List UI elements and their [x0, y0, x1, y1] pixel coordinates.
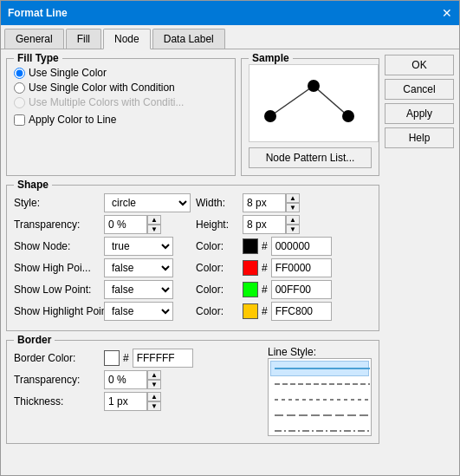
- apply-color-row: Apply Color to Line: [14, 114, 228, 126]
- sample-node-top: [308, 80, 320, 92]
- height-row: Height: ▲ ▼: [196, 215, 372, 234]
- style-select[interactable]: circle: [104, 193, 191, 212]
- height-input[interactable]: [243, 215, 286, 234]
- border-thickness-down-btn[interactable]: ▼: [147, 401, 161, 411]
- width-down-btn[interactable]: ▼: [286, 203, 300, 212]
- border-color-input[interactable]: [133, 349, 193, 368]
- transparency-input[interactable]: [104, 215, 147, 234]
- transparency-spinner: ▲ ▼: [104, 215, 161, 234]
- width-spinner: ▲ ▼: [243, 193, 300, 212]
- width-row: Width: ▲ ▼: [196, 193, 372, 212]
- close-button[interactable]: ✕: [442, 7, 452, 19]
- color-swatch-1[interactable]: [243, 238, 258, 254]
- ok-button[interactable]: OK: [385, 55, 454, 75]
- radio-multiple-color: Use Multiple Colors with Conditi...: [14, 96, 228, 108]
- color-label-2: Color:: [196, 262, 239, 274]
- cancel-button[interactable]: Cancel: [385, 79, 454, 100]
- show-low-select[interactable]: false: [104, 280, 173, 299]
- color-input-3[interactable]: [271, 280, 332, 299]
- line-style-solid[interactable]: [270, 361, 369, 376]
- transparency-down-btn[interactable]: ▼: [147, 225, 161, 234]
- color-row-1: Color: #: [196, 237, 372, 256]
- tab-general[interactable]: General: [4, 29, 64, 49]
- border-thickness-spinner-btns: ▲ ▼: [147, 392, 161, 411]
- transparency-label: Transparency:: [14, 218, 100, 231]
- border-color-swatch[interactable]: [104, 350, 120, 366]
- transparency-spinner-btns: ▲ ▼: [147, 215, 161, 234]
- line-style-dash3[interactable]: [270, 408, 369, 423]
- color-swatch-4[interactable]: [243, 303, 258, 319]
- fill-type-label: Fill Type: [14, 52, 62, 64]
- radio-single-color: Use Single Color: [14, 67, 228, 79]
- color-label-1: Color:: [196, 240, 239, 252]
- tab-node[interactable]: Node: [103, 29, 151, 49]
- sample-svg: [253, 68, 374, 138]
- shape-two-col: Style: circle Transparency: ▲: [14, 191, 372, 323]
- radio-single-color-input[interactable]: [14, 68, 25, 79]
- show-node-label: Show Node:: [14, 240, 100, 252]
- color-input-4[interactable]: [271, 302, 332, 321]
- svg-line-1: [314, 86, 348, 116]
- line-style-dash2[interactable]: [270, 392, 369, 408]
- color-swatch-2[interactable]: [243, 260, 258, 276]
- border-transparency-down-btn[interactable]: ▼: [147, 380, 161, 389]
- tab-fill[interactable]: Fill: [66, 29, 101, 49]
- border-label: Border: [14, 334, 55, 346]
- show-highlight-select[interactable]: false: [104, 302, 173, 321]
- line-style-label: Line Style:: [268, 346, 316, 358]
- sample-group: Sample Node Pattern List...: [241, 58, 379, 176]
- apply-color-checkbox[interactable]: [14, 114, 25, 126]
- border-color-label: Border Color:: [14, 352, 100, 364]
- width-input[interactable]: [243, 193, 286, 212]
- hash-1: #: [262, 240, 268, 252]
- node-pattern-button[interactable]: Node Pattern List...: [249, 147, 372, 168]
- shape-left: Style: circle Transparency: ▲: [14, 191, 191, 323]
- show-high-row: Show High Poi... false: [14, 258, 191, 277]
- color-input-1[interactable]: [271, 237, 332, 256]
- hash-2: #: [262, 262, 268, 274]
- radio-multiple-color-label: Use Multiple Colors with Conditi...: [29, 96, 184, 108]
- border-transparency-row: Transparency: ▲ ▼: [14, 370, 259, 389]
- show-node-select[interactable]: true: [104, 237, 173, 256]
- show-high-label: Show High Poi...: [14, 262, 100, 274]
- width-spinner-btns: ▲ ▼: [286, 193, 300, 212]
- height-down-btn[interactable]: ▼: [286, 225, 300, 234]
- sample-node-right: [342, 110, 354, 122]
- border-transparency-up-btn[interactable]: ▲: [147, 370, 161, 380]
- radio-condition-color-input[interactable]: [14, 82, 25, 94]
- width-label: Width:: [196, 197, 239, 209]
- form-area: Fill Type Use Single Color Use Single Co…: [6, 55, 379, 470]
- border-transparency-spinner: ▲ ▼: [104, 370, 161, 389]
- tab-bar: General Fill Node Data Label: [1, 25, 459, 49]
- transparency-up-btn[interactable]: ▲: [147, 215, 161, 225]
- color-row-3: Color: #: [196, 280, 372, 299]
- radio-condition-color-label: Use Single Color with Condition: [29, 82, 175, 94]
- color-row-2: Color: #: [196, 258, 372, 277]
- color-row-4: Color: #: [196, 302, 372, 321]
- border-color-row: Border Color: #: [14, 349, 259, 368]
- apply-button[interactable]: Apply: [385, 103, 454, 124]
- border-transparency-input[interactable]: [104, 370, 147, 389]
- shape-right: Width: ▲ ▼ Height:: [196, 191, 372, 323]
- line-style-dashdot[interactable]: [270, 423, 369, 436]
- style-row: Style: circle: [14, 193, 191, 212]
- tab-data-label[interactable]: Data Label: [152, 29, 225, 49]
- dialog-title: Format Line: [8, 7, 68, 19]
- radio-single-color-label: Use Single Color: [29, 67, 107, 79]
- color-input-2[interactable]: [271, 258, 332, 277]
- height-spinner: ▲ ▼: [243, 215, 300, 234]
- show-low-label: Show Low Point:: [14, 284, 100, 296]
- color-swatch-3[interactable]: [243, 282, 258, 297]
- width-up-btn[interactable]: ▲: [286, 193, 300, 203]
- help-button[interactable]: Help: [385, 127, 454, 148]
- line-style-list[interactable]: [268, 358, 372, 436]
- border-thickness-up-btn[interactable]: ▲: [147, 392, 161, 401]
- show-high-select[interactable]: false: [104, 258, 173, 277]
- shape-label: Shape: [14, 179, 52, 191]
- side-buttons: OK Cancel Apply Help: [385, 55, 454, 470]
- border-thickness-input[interactable]: [104, 392, 147, 411]
- format-line-dialog: Format Line ✕ General Fill Node Data Lab…: [0, 0, 460, 476]
- height-up-btn[interactable]: ▲: [286, 215, 300, 225]
- line-style-dash1[interactable]: [270, 376, 369, 392]
- line-style-section: Line Style:: [268, 346, 372, 436]
